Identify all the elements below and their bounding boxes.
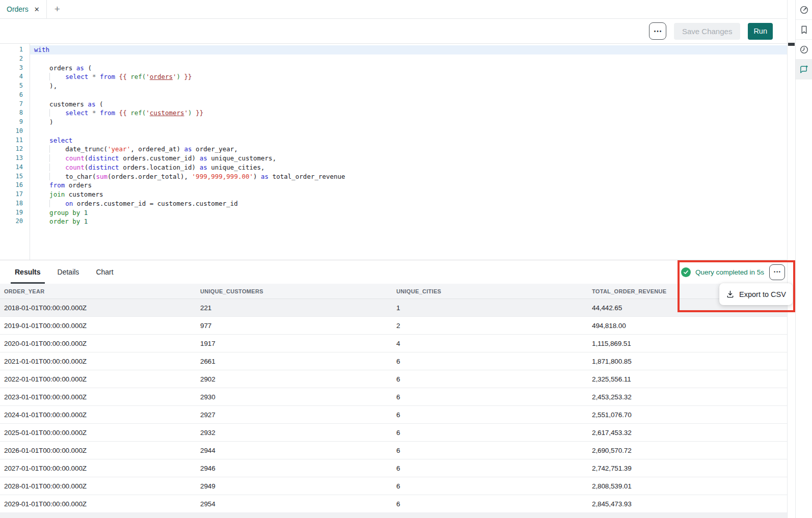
- line-number: 6: [0, 91, 23, 100]
- table-cell: 2029-01-01T00:00:00.000Z: [4, 500, 200, 508]
- line-number: 20: [0, 217, 23, 226]
- history-icon[interactable]: [796, 40, 812, 60]
- editor-more-button[interactable]: •••: [649, 22, 666, 40]
- download-icon: [726, 290, 735, 298]
- tab-orders[interactable]: Orders ✕: [0, 0, 47, 18]
- table-row[interactable]: 2027-01-01T00:00:00.000Z294662,742,751.3…: [0, 459, 787, 477]
- table-cell: 2027-01-01T00:00:00.000Z: [4, 465, 200, 472]
- line-number: 10: [0, 127, 23, 136]
- code-line[interactable]: 18 on orders.customer_id = customers.cus…: [0, 199, 787, 208]
- code-line[interactable]: 13 count(distinct orders.customer_id) as…: [0, 154, 787, 163]
- ellipsis-icon: •••: [773, 269, 781, 275]
- code-line[interactable]: 19 group by 1: [0, 208, 787, 217]
- table-row[interactable]: 2028-01-01T00:00:00.000Z294962,808,539.0…: [0, 477, 787, 495]
- table-cell: 2932: [200, 429, 396, 437]
- line-number: 15: [0, 172, 23, 181]
- new-tab-button[interactable]: +: [47, 0, 68, 18]
- table-row[interactable]: 2025-01-01T00:00:00.000Z293262,617,453.3…: [0, 424, 787, 442]
- table-cell: 2: [396, 322, 592, 330]
- ai-assist-icon[interactable]: [796, 60, 812, 79]
- table-cell: 2,690,570.72: [592, 447, 787, 454]
- code-line[interactable]: 9 ): [0, 118, 787, 127]
- table-cell: 2927: [200, 411, 396, 419]
- table-cell: 2028-01-01T00:00:00.000Z: [4, 482, 200, 490]
- code-line[interactable]: 3 orders as (: [0, 64, 787, 73]
- table-cell: 2026-01-01T00:00:00.000Z: [4, 447, 200, 454]
- table-cell: 2024-01-01T00:00:00.000Z: [4, 411, 200, 419]
- table-row[interactable]: 2023-01-01T00:00:00.000Z293062,453,253.3…: [0, 388, 787, 406]
- sql-editor[interactable]: 1with2 3 orders as (4 select * from {{ r…: [0, 44, 787, 260]
- table-row[interactable]: 2022-01-01T00:00:00.000Z290262,325,556.1…: [0, 370, 787, 388]
- tab-results[interactable]: Results: [15, 260, 41, 284]
- table-cell: 2,617,453.32: [592, 429, 787, 437]
- code-line[interactable]: 7 customers as (: [0, 100, 787, 109]
- tab-chart[interactable]: Chart: [96, 260, 113, 284]
- results-more-button[interactable]: •••: [769, 264, 785, 280]
- table-cell: 2,845,473.93: [592, 500, 787, 508]
- code-line[interactable]: 17 join customers: [0, 190, 787, 199]
- code-line[interactable]: 5 ),: [0, 81, 787, 91]
- ellipsis-icon: •••: [653, 29, 663, 34]
- table-cell: 6: [396, 411, 592, 419]
- code-line[interactable]: 16 from orders: [0, 181, 787, 190]
- code-line[interactable]: 11 select: [0, 136, 787, 145]
- table-cell: 6: [396, 482, 592, 490]
- close-icon[interactable]: ✕: [34, 6, 40, 13]
- code-line[interactable]: 6: [0, 91, 787, 100]
- code-line[interactable]: 8 select * from {{ ref('customers') }}: [0, 108, 787, 118]
- code-line[interactable]: 10: [0, 127, 787, 136]
- table-cell: 1: [396, 304, 592, 312]
- line-number: 8: [0, 108, 23, 118]
- table-header: ORDER_YEAR UNIQUE_CUSTOMERS UNIQUE_CITIE…: [0, 284, 787, 299]
- table-cell: 4: [396, 340, 592, 347]
- table-row[interactable]: 2019-01-01T00:00:00.000Z9772494,818.00: [0, 317, 787, 335]
- code-line[interactable]: 14 count(distinct orders.location_id) as…: [0, 163, 787, 172]
- table-cell: 2,325,556.11: [592, 375, 787, 383]
- table-row[interactable]: 2026-01-01T00:00:00.000Z294462,690,570.7…: [0, 442, 787, 459]
- gauge-icon[interactable]: [796, 0, 812, 20]
- line-number: 11: [0, 136, 23, 145]
- bookmark-icon[interactable]: [796, 20, 812, 40]
- column-header[interactable]: ORDER_YEAR: [4, 288, 200, 294]
- horizontal-scrollbar-track[interactable]: [0, 512, 787, 518]
- query-status: Query completed in 5s •••: [681, 260, 785, 284]
- code-line[interactable]: 15 to_char(sum(orders.order_total), '999…: [0, 172, 787, 181]
- table-row[interactable]: 2020-01-01T00:00:00.000Z191741,115,869.5…: [0, 335, 787, 352]
- table-cell: 977: [200, 322, 396, 330]
- line-number: 18: [0, 199, 23, 208]
- code-line[interactable]: 1with: [0, 45, 787, 54]
- column-header[interactable]: UNIQUE_CITIES: [396, 288, 592, 294]
- table-row[interactable]: 2018-01-01T00:00:00.000Z221144,442.65: [0, 299, 787, 317]
- line-number: 16: [0, 181, 23, 190]
- table-cell: 2,808,539.01: [592, 482, 787, 490]
- table-row[interactable]: 2024-01-01T00:00:00.000Z292762,551,076.7…: [0, 406, 787, 424]
- table-row[interactable]: 2029-01-01T00:00:00.000Z295462,845,473.9…: [0, 495, 787, 513]
- code-line[interactable]: 20 order by 1: [0, 217, 787, 226]
- table-cell: 2022-01-01T00:00:00.000Z: [4, 375, 200, 383]
- success-check-icon: [681, 267, 691, 277]
- code-line[interactable]: 12 date_trunc('year', ordered_at) as ord…: [0, 145, 787, 154]
- table-cell: 2902: [200, 375, 396, 383]
- tab-details[interactable]: Details: [58, 260, 79, 284]
- export-menu[interactable]: Export to CSV: [719, 283, 793, 305]
- line-number: 2: [0, 54, 23, 64]
- line-number: 4: [0, 72, 23, 81]
- column-header[interactable]: UNIQUE_CUSTOMERS: [200, 288, 396, 294]
- code-line[interactable]: 4 select * from {{ ref('orders') }}: [0, 72, 787, 81]
- code-line[interactable]: 2: [0, 54, 787, 64]
- table-cell: 1917: [200, 340, 396, 347]
- line-number: 12: [0, 145, 23, 154]
- table-cell: 2021-01-01T00:00:00.000Z: [4, 358, 200, 365]
- line-number: 3: [0, 64, 23, 73]
- table-row[interactable]: 2021-01-01T00:00:00.000Z266161,871,800.8…: [0, 352, 787, 370]
- table-cell: 2,742,751.39: [592, 465, 787, 472]
- line-number: 7: [0, 100, 23, 109]
- table-cell: 6: [396, 375, 592, 383]
- run-button[interactable]: Run: [748, 23, 773, 40]
- editor-scrollbar-thumb[interactable]: [788, 43, 795, 46]
- table-cell: 221: [200, 304, 396, 312]
- table-cell: 2,453,253.32: [592, 393, 787, 401]
- table-cell: 6: [396, 447, 592, 454]
- table-cell: 2019-01-01T00:00:00.000Z: [4, 322, 200, 330]
- save-changes-button[interactable]: Save Changes: [674, 23, 740, 40]
